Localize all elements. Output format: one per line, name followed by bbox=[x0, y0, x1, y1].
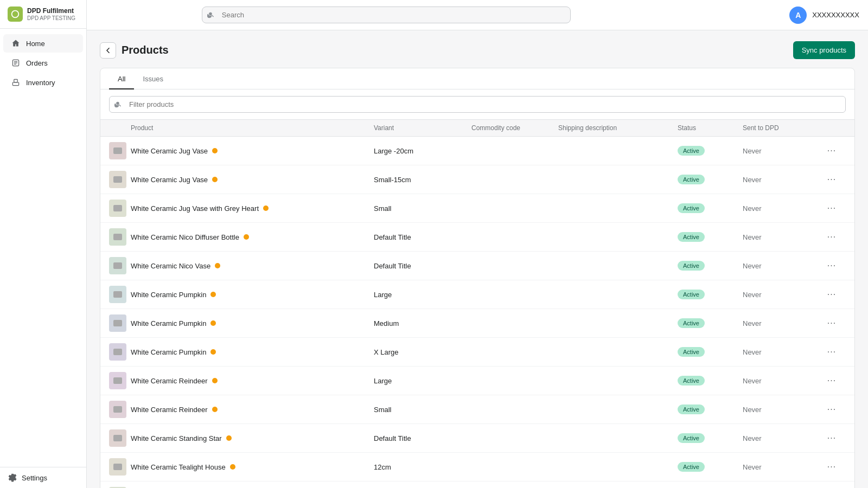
svg-rect-14 bbox=[113, 377, 122, 384]
status-cell: Active bbox=[678, 261, 743, 271]
status-cell: Active bbox=[678, 146, 743, 156]
table-row: White Ceramic Jug Vase Small-15cmActiveN… bbox=[100, 165, 854, 194]
status-cell: Active bbox=[678, 203, 743, 213]
product-name-cell: White Ceramic Tealight House bbox=[131, 463, 374, 471]
more-actions-button[interactable]: ··· bbox=[824, 143, 839, 158]
status-cell: Active bbox=[678, 376, 743, 386]
sent-to-dpd-cell: Never bbox=[743, 262, 824, 270]
sent-to-dpd-cell: Never bbox=[743, 406, 824, 414]
sidebar-item-home[interactable]: Home bbox=[3, 34, 83, 53]
table-row: White Ceramic Pumpkin MediumActiveNever·… bbox=[100, 309, 854, 338]
more-actions-button[interactable]: ··· bbox=[824, 172, 839, 187]
status-badge: Active bbox=[678, 175, 705, 184]
svg-rect-15 bbox=[113, 406, 122, 413]
product-name-cell: White Ceramic Pumpkin bbox=[131, 291, 374, 299]
svg-rect-13 bbox=[113, 349, 122, 355]
more-actions-button[interactable]: ··· bbox=[824, 201, 839, 216]
status-badge: Active bbox=[678, 146, 705, 156]
more-actions-button[interactable]: ··· bbox=[824, 258, 839, 273]
product-thumb bbox=[109, 257, 131, 274]
sidebar-footer-settings[interactable]: Settings bbox=[0, 467, 86, 488]
more-actions-button[interactable]: ··· bbox=[824, 459, 839, 474]
row-actions-cell: ··· bbox=[824, 316, 846, 331]
warning-dot bbox=[212, 148, 218, 153]
variant-cell: Large bbox=[374, 291, 471, 299]
sent-to-dpd-cell: Never bbox=[743, 147, 824, 155]
more-actions-button[interactable]: ··· bbox=[824, 287, 839, 302]
svg-rect-12 bbox=[113, 320, 122, 326]
products-card: All Issues Product Variant Commodity cod… bbox=[100, 68, 855, 488]
product-thumb bbox=[109, 372, 131, 389]
variant-cell: Medium bbox=[374, 319, 471, 328]
product-thumb bbox=[109, 142, 131, 159]
status-badge: Active bbox=[678, 462, 705, 472]
svg-rect-5 bbox=[14, 79, 17, 82]
row-actions-cell: ··· bbox=[824, 229, 846, 245]
variant-cell: 12cm bbox=[374, 463, 471, 471]
status-badge: Active bbox=[678, 261, 705, 271]
product-name-cell: White Ceramic Pumpkin bbox=[131, 319, 374, 328]
sidebar: DPD Fulfilment DPD APP TESTING Home Orde… bbox=[0, 0, 87, 488]
product-name: White Ceramic Jug Vase with Grey Heart bbox=[131, 204, 259, 213]
tab-all[interactable]: All bbox=[109, 68, 134, 89]
warning-dot bbox=[210, 320, 216, 326]
status-badge: Active bbox=[678, 404, 705, 414]
product-name: White Ceramic Reindeer bbox=[131, 406, 208, 414]
topbar-search-input[interactable] bbox=[202, 7, 571, 23]
sent-to-dpd-cell: Never bbox=[743, 291, 824, 299]
more-actions-button[interactable]: ··· bbox=[824, 344, 839, 359]
status-cell: Active bbox=[678, 175, 743, 184]
avatar: A bbox=[789, 7, 807, 24]
row-actions-cell: ··· bbox=[824, 373, 846, 388]
table-row: White Ceramic Nico Vase Default TitleAct… bbox=[100, 252, 854, 280]
store-sub: DPD APP TESTING bbox=[27, 15, 75, 21]
topbar-right: A XXXXXXXXXX bbox=[789, 7, 859, 24]
svg-rect-9 bbox=[113, 234, 122, 240]
search-bar bbox=[202, 7, 571, 23]
sync-products-button[interactable]: Sync products bbox=[793, 41, 855, 59]
sidebar-item-orders[interactable]: Orders bbox=[3, 54, 83, 72]
more-actions-button[interactable]: ··· bbox=[824, 402, 839, 417]
product-name-cell: White Ceramic Pumpkin bbox=[131, 348, 374, 356]
more-actions-button[interactable]: ··· bbox=[824, 316, 839, 331]
warning-dot bbox=[212, 407, 218, 412]
sidebar-item-inventory[interactable]: Inventory bbox=[3, 73, 83, 92]
status-badge: Active bbox=[678, 318, 705, 328]
product-name-cell: White Ceramic Nico Vase bbox=[131, 262, 374, 270]
row-actions-cell: ··· bbox=[824, 344, 846, 359]
col-shipping: Shipping description bbox=[558, 124, 678, 132]
table-body: White Ceramic Jug Vase Large -20cmActive… bbox=[100, 137, 854, 488]
status-badge: Active bbox=[678, 232, 705, 242]
col-actions bbox=[824, 124, 846, 132]
status-badge: Active bbox=[678, 347, 705, 357]
table-row: White Ceramic Reindeer SmallActiveNever·… bbox=[100, 395, 854, 424]
svg-rect-17 bbox=[113, 464, 122, 470]
product-name: White Ceramic Nico Vase bbox=[131, 262, 210, 270]
more-actions-button[interactable]: ··· bbox=[824, 431, 839, 446]
filter-products-input[interactable] bbox=[109, 96, 846, 113]
status-badge: Active bbox=[678, 203, 705, 213]
tab-issues[interactable]: Issues bbox=[134, 68, 172, 89]
variant-cell: Large bbox=[374, 377, 471, 385]
table-row: White Ceramic Pumpkin LargeActiveNever··… bbox=[100, 280, 854, 309]
sent-to-dpd-cell: Never bbox=[743, 204, 824, 213]
more-actions-button[interactable]: ··· bbox=[824, 229, 839, 245]
variant-cell: Small-15cm bbox=[374, 176, 471, 184]
more-actions-button[interactable]: ··· bbox=[824, 373, 839, 388]
variant-cell: Large -20cm bbox=[374, 147, 471, 155]
status-cell: Active bbox=[678, 462, 743, 472]
app-logo bbox=[8, 7, 23, 22]
table-header: Product Variant Commodity code Shipping … bbox=[100, 120, 854, 137]
sent-to-dpd-cell: Never bbox=[743, 319, 824, 328]
product-thumb bbox=[109, 200, 131, 217]
warning-dot bbox=[212, 177, 218, 182]
product-name: White Ceramic Pumpkin bbox=[131, 319, 206, 328]
col-product: Product bbox=[131, 124, 374, 132]
warning-dot bbox=[210, 349, 216, 355]
product-thumb bbox=[109, 228, 131, 246]
page-title: Products bbox=[122, 44, 169, 56]
product-name-cell: White Ceramic Reindeer bbox=[131, 377, 374, 385]
back-button[interactable] bbox=[100, 42, 116, 59]
tabs: All Issues bbox=[100, 68, 854, 89]
variant-cell: X Large bbox=[374, 348, 471, 356]
